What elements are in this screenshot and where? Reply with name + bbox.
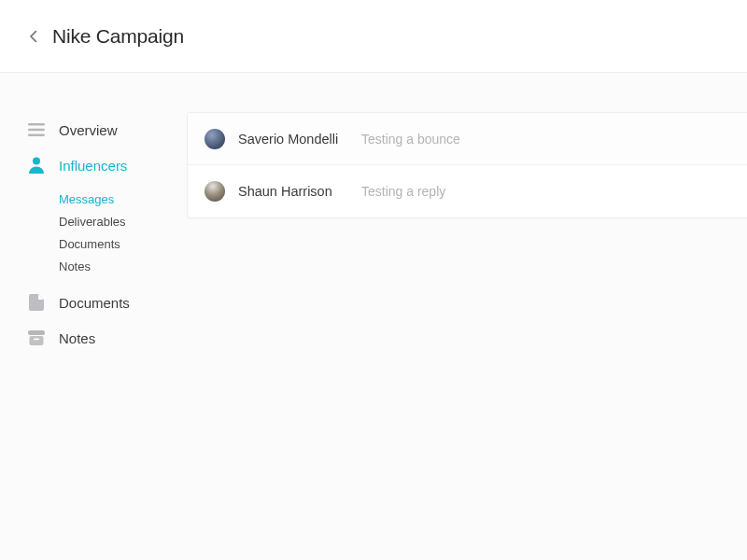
sidebar-item-label: Documents <box>59 295 130 311</box>
subnav-item-notes[interactable]: Notes <box>59 255 187 277</box>
archive-icon <box>28 329 45 346</box>
thread-preview: Testing a bounce <box>361 132 460 147</box>
chevron-left-icon <box>29 30 37 43</box>
svg-point-3 <box>33 158 40 165</box>
subnav-item-deliverables[interactable]: Deliverables <box>59 210 187 232</box>
svg-rect-0 <box>28 123 45 126</box>
avatar <box>204 181 225 202</box>
thread-name: Shaun Harrison <box>238 184 348 199</box>
main-content: Saverio Mondelli Testing a bounce Shaun … <box>187 73 747 560</box>
sidebar: Overview Influencers Messages Deliverabl… <box>0 73 187 560</box>
person-icon <box>28 157 45 174</box>
sidebar-item-overview[interactable]: Overview <box>28 112 187 147</box>
sidebar-item-label: Notes <box>59 330 95 346</box>
svg-rect-1 <box>28 129 45 132</box>
sidebar-item-label: Influencers <box>59 158 127 174</box>
svg-rect-4 <box>28 330 45 335</box>
thread-list: Saverio Mondelli Testing a bounce Shaun … <box>187 112 747 218</box>
header: Nike Campaign <box>0 0 747 73</box>
thread-preview: Testing a reply <box>361 184 445 199</box>
thread-name: Saverio Mondelli <box>238 132 348 147</box>
svg-rect-6 <box>34 339 39 341</box>
sidebar-item-influencers[interactable]: Influencers <box>28 147 187 183</box>
avatar <box>204 129 225 149</box>
document-icon <box>28 294 45 311</box>
subnav-item-messages[interactable]: Messages <box>59 188 187 210</box>
svg-rect-5 <box>30 336 44 345</box>
sidebar-item-label: Overview <box>59 122 118 138</box>
svg-rect-2 <box>28 133 45 136</box>
subnav-item-documents[interactable]: Documents <box>59 232 187 255</box>
sidebar-item-notes[interactable]: Notes <box>28 320 187 356</box>
influencers-subnav: Messages Deliverables Documents Notes <box>28 183 187 285</box>
menu-icon <box>28 121 45 138</box>
sidebar-item-documents[interactable]: Documents <box>28 285 187 320</box>
page-title: Nike Campaign <box>52 25 184 48</box>
back-button[interactable] <box>26 30 39 43</box>
thread-row[interactable]: Shaun Harrison Testing a reply <box>188 165 747 217</box>
thread-row[interactable]: Saverio Mondelli Testing a bounce <box>188 113 747 165</box>
